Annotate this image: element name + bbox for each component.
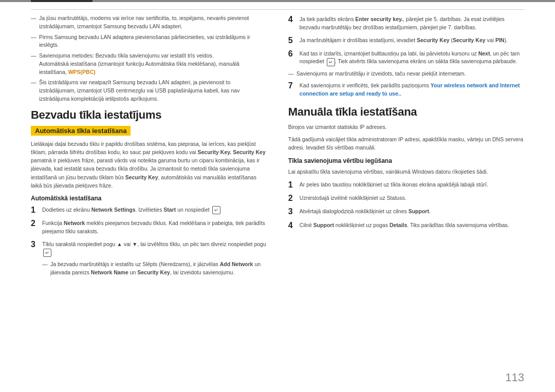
page-number: 113 <box>505 371 524 384</box>
right-step-r1-text: Ar peles labo taustiņu noklikšķiniet uz … <box>300 180 524 189</box>
right-step-r3-text: Atvērtajā dialoglodziņā noklikšķiniet uz… <box>300 207 524 216</box>
bullet-item-4: — Šis izstrādājums var neatpazīt Samsung… <box>31 79 268 103</box>
step-3-num: 3 <box>31 239 42 249</box>
divider-bullet-dash: — <box>288 70 294 78</box>
bullet-dash-3: — <box>31 52 37 60</box>
enter-icon-1: ↵ <box>212 206 220 214</box>
right-step-r3-num: 3 <box>288 207 300 216</box>
right-step-6-num: 6 <box>288 49 300 59</box>
right-step-4-text: Ja tiek parādīts ekrāns Enter security k… <box>300 14 524 32</box>
divider-bullet: — Savienojums ar maršrutētāju ir izveido… <box>288 70 524 78</box>
left-column: — Ja jūsu maršrutētājs, modems vai ierīc… <box>31 14 268 377</box>
right-step-r4-num: 4 <box>288 220 300 230</box>
enter-icon-3: ↵ <box>43 249 51 257</box>
right-step-r2-num: 2 <box>288 193 300 203</box>
step-3-text: Tīklu sarakstā nospiediet pogu ▲ vai ▼, … <box>42 239 268 257</box>
section-title: Bezvadu tīkla iestatījums <box>31 108 268 122</box>
right-step-7-text: Kad savienojums ir verificēts, tiek parā… <box>300 81 524 98</box>
right-step-5-num: 5 <box>288 35 300 45</box>
right-step-r1-num: 1 <box>288 180 300 190</box>
bullet-dash-1: — <box>31 14 37 23</box>
right-step-7: 7 Kad savienojums ir verificēts, tiek pa… <box>288 81 524 98</box>
step-2-num: 2 <box>31 218 42 228</box>
bullet-text-2: Pirms Samsung bezvadu LAN adaptera pievi… <box>39 33 268 50</box>
right-subsection-title: Tīkla savienojuma vērtību iegūšana <box>288 157 524 164</box>
right-step-r3: 3 Atvērtajā dialoglodziņā noklikšķiniet … <box>288 207 524 216</box>
success-message: Your wireless network and Internet conne… <box>300 82 520 97</box>
top-line <box>31 9 524 10</box>
step-2-text: Funkcija Network meklēs pieejamos bezvad… <box>42 218 268 236</box>
body-text: Lielākajai daļai bezvadu tīklu ir papild… <box>31 140 268 190</box>
bullet-dash-4: — <box>31 79 37 87</box>
right-step-r2: 2 Uznirstošajā izvēlnē noklikšķiniet uz … <box>288 193 524 203</box>
step-2: 2 Funkcija Network meklēs pieejamos bezv… <box>31 218 268 236</box>
right-body-2: Tādā gadījumā vaicājiet tīkla administra… <box>288 135 524 152</box>
top-accent <box>31 0 92 2</box>
step-3: 3 Tīklu sarakstā nospiediet pogu ▲ vai ▼… <box>31 239 268 257</box>
section-subtitle: Automātiska tīkla iestatīšana <box>31 126 131 136</box>
right-step-5-text: Ja maršrutētājam ir drošības iestatījumi… <box>300 35 524 45</box>
bullet-dash-2: — <box>31 33 37 42</box>
step-1: 1 Dodieties uz ekrānu Network Settings. … <box>31 205 268 215</box>
bullet-item-1: — Ja jūsu maršrutētājs, modems vai ierīc… <box>31 14 268 31</box>
step-1-num: 1 <box>31 205 42 215</box>
right-step-4: 4 Ja tiek parādīts ekrāns Enter security… <box>288 14 524 32</box>
right-step-7-num: 7 <box>288 81 300 90</box>
bullet-item-3: — Savienojuma metodes: Bezvadu tīkla sav… <box>31 52 268 76</box>
wps-highlight: WPS(PBC) <box>68 69 96 75</box>
bullet-text-4: Šis izstrādājums var neatpazīt Samsung b… <box>39 79 268 103</box>
subsection-title: Automātiskā iestatīšana <box>31 195 268 202</box>
right-step-r4-text: Cilnē Support noklikšķiniet uz pogas Det… <box>300 220 524 230</box>
right-step-6: 6 Kad tas ir izdarīts, izmantojiet bultt… <box>288 49 524 66</box>
right-column: 4 Ja tiek parādīts ekrāns Enter security… <box>288 14 524 377</box>
enter-icon-6: ↵ <box>327 58 335 66</box>
right-step-r4: 4 Cilnē Support noklikšķiniet uz pogas D… <box>288 220 524 230</box>
right-step-r2-text: Uznirstošajā izvēlnē noklikšķiniet uz St… <box>300 193 524 202</box>
sub-bullet-text: Ja bezvadu maršrutētājs ir iestatīts uz … <box>50 260 268 277</box>
bullet-item-2: — Pirms Samsung bezvadu LAN adaptera pie… <box>31 33 268 50</box>
main-content: — Ja jūsu maršrutētājs, modems vai ierīc… <box>31 14 524 377</box>
right-step-6-text: Kad tas ir izdarīts, izmantojiet bulttau… <box>300 49 524 66</box>
bullet-text-3: Savienojuma metodes: Bezvadu tīkla savie… <box>39 52 268 76</box>
right-step-r1: 1 Ar peles labo taustiņu noklikšķiniet u… <box>288 180 524 190</box>
divider-bullet-text: Savienojums ar maršrutētāju ir izveidots… <box>297 70 524 78</box>
right-step-4-num: 4 <box>288 14 300 24</box>
sub-bullet-dash: — <box>42 260 48 269</box>
bullet-text-1: Ja jūsu maršrutētājs, modems vai ierīce … <box>39 14 268 31</box>
right-section-title: Manuāla tīkla iestatīšana <box>288 105 524 119</box>
sub-bullet: — Ja bezvadu maršrutētājs ir iestatīts u… <box>42 260 268 277</box>
right-body-1: Birojos var izmantot statiskās IP adrese… <box>288 123 524 131</box>
right-step-5: 5 Ja maršrutētājam ir drošības iestatīju… <box>288 35 524 45</box>
right-subsection-body: Lai apskatītu tīkla savienojuma vērtības… <box>288 167 524 176</box>
step-1-text: Dodieties uz ekrānu Network Settings. Iz… <box>42 205 268 214</box>
